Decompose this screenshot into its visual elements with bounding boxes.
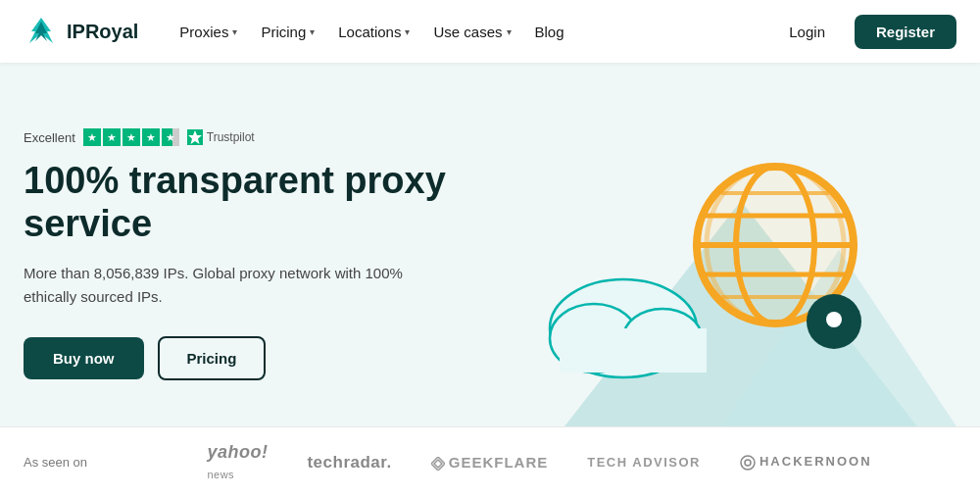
logo[interactable]: IPRoyal [24,14,138,49]
trustpilot-stars: ★ ★ ★ ★ ★ [83,128,179,146]
nav-links: Proxies ▾ Pricing ▾ Locations ▾ Use case… [170,16,771,48]
trustpilot-logo: Trustpilot [187,129,255,145]
chevron-down-icon: ▾ [232,26,237,37]
brand-techradar: techradar. [307,453,391,472]
brand-yahoo: yahoo!news [207,442,268,483]
navbar: IPRoyal Proxies ▾ Pricing ▾ Locations ▾ … [0,0,980,63]
hero-buttons: Buy now Pricing [24,336,474,380]
chevron-down-icon: ▾ [405,26,410,37]
svg-marker-21 [434,460,442,468]
svg-marker-2 [188,130,202,144]
svg-point-19 [826,312,842,327]
hero-title: 100% transparent proxy service [24,160,474,245]
hero-illustration [474,63,956,426]
hero-svg [466,142,956,426]
brand-logos: yahoo!news techradar. GEEKFLARE TECH ADV… [122,442,956,483]
trustpilot-brand: Trustpilot [207,130,255,144]
buy-now-button[interactable]: Buy now [24,337,144,379]
svg-rect-8 [560,328,707,373]
nav-pricing[interactable]: Pricing ▾ [251,16,324,48]
trustpilot-icon [187,129,203,145]
svg-point-23 [745,460,751,466]
trustpilot-row: Excellent ★ ★ ★ ★ ★ Trustpilot [24,128,474,146]
brand-techadvisor: TECH ADVISOR [587,455,701,470]
hero-subtitle: More than 8,056,839 IPs. Global proxy ne… [24,262,435,309]
nav-proxies[interactable]: Proxies ▾ [170,16,247,48]
star-3: ★ [122,128,140,146]
nav-usecases[interactable]: Use cases ▾ [423,16,520,48]
nav-locations[interactable]: Locations ▾ [328,16,419,48]
as-seen-on-section: As seen on yahoo!news techradar. GEEKFLA… [0,426,980,497]
brand-hackernoon: HACKERNOON [740,454,872,471]
hero-section: Excellent ★ ★ ★ ★ ★ Trustpilot 100% tran… [0,63,980,426]
trustpilot-label: Excellent [24,130,75,145]
star-2: ★ [103,128,121,146]
nav-blog[interactable]: Blog [525,16,574,48]
nav-right: Login Register [771,15,956,49]
star-4: ★ [142,128,160,146]
hero-left: Excellent ★ ★ ★ ★ ★ Trustpilot 100% tran… [24,109,474,379]
as-seen-label: As seen on [24,455,87,470]
star-1: ★ [83,128,101,146]
logo-icon [24,14,59,49]
login-button[interactable]: Login [771,16,843,48]
brand-geekflare: GEEKFLARE [431,454,549,471]
svg-point-22 [741,456,755,470]
pricing-button[interactable]: Pricing [158,336,267,380]
chevron-down-icon: ▾ [507,26,512,37]
chevron-down-icon: ▾ [310,26,315,37]
logo-text: IPRoyal [67,21,138,43]
register-button[interactable]: Register [855,15,956,49]
star-half: ★ [162,128,179,146]
